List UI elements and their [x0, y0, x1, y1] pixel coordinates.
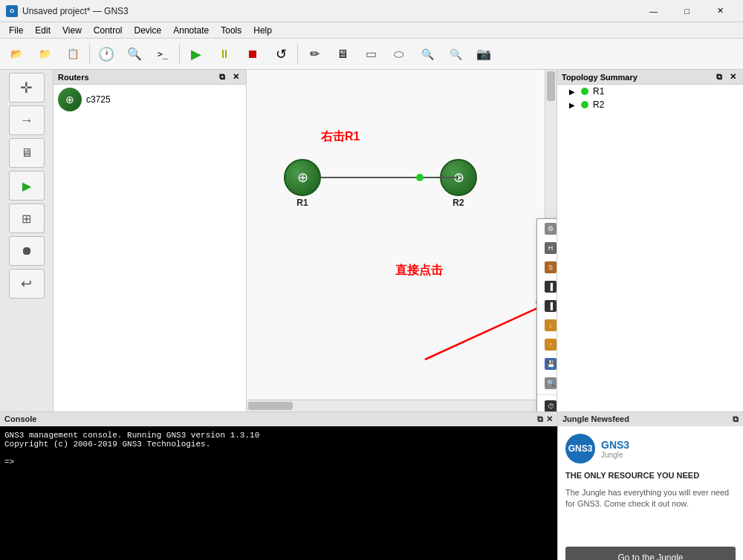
menu-help[interactable]: Help [247, 22, 278, 38]
routers-panel-float[interactable]: ⧉ [217, 72, 227, 82]
terminal-button[interactable]: >_ [149, 42, 176, 67]
jungle-logo: GNS3 GNS3 Jungle [565, 434, 736, 463]
timer-button[interactable]: 🕐 [93, 42, 120, 67]
play-button[interactable]: ▶ [183, 42, 210, 67]
annotation-direct-click: 直接点击 [395, 263, 443, 279]
menu-view[interactable]: View [56, 22, 88, 38]
tool-move[interactable]: ✛ [9, 73, 45, 102]
annotation-right-click: 右击R1 [321, 129, 360, 145]
svg-point-1 [416, 174, 424, 181]
idle-pc-icon: ⏱ [545, 400, 557, 411]
jungle-title: Jungle Newsfeed [562, 414, 629, 424]
router-r1-label: R1 [296, 198, 308, 208]
window-controls: — □ ✕ [637, 0, 737, 22]
console-text: GNS3 management console. Running GNS3 ve… [4, 431, 259, 466]
ctx-change-hostname[interactable]: H Change hostname [537, 238, 557, 258]
rectangle-button[interactable]: ▭ [357, 42, 384, 67]
symbol-icon: S [545, 261, 557, 273]
topo-item-r2[interactable]: ▶ R2 [557, 98, 743, 111]
tool-layers[interactable]: ⊞ [9, 204, 45, 233]
network-canvas: ⊕ R1 ⊕ R2 右击R1 直接点击 [247, 70, 545, 400]
context-menu: ⚙ Configure H Change hostname S Change s… [536, 218, 557, 411]
tool-play[interactable]: ▶ [9, 171, 45, 201]
routers-panel-header: Routers ⧉ ✕ [53, 70, 246, 85]
menu-bar: File Edit View Control Device Annotate T… [0, 22, 743, 39]
maximize-button[interactable]: □ [670, 0, 704, 22]
left-panel: ✛ → 🖥 ▶ ⊞ ⏺ ↩ [0, 70, 53, 411]
console-float[interactable]: ⧉ [537, 414, 543, 424]
menu-control[interactable]: Control [88, 22, 129, 38]
ctx-idle-pc[interactable]: ⏱ Idle-PC [537, 397, 557, 411]
toolbar: 📂 📁 📋 🕐 🔍 >_ ▶ ⏸ ⏹ ↺ ✏ 🖥 ▭ ⬭ 🔍 🔍 📷 [0, 39, 743, 70]
reload-button[interactable]: ↺ [267, 42, 294, 67]
jungle-logo-text-block: GNS3 Jungle [601, 439, 629, 459]
ctx-console[interactable]: ▐ Console [537, 277, 557, 296]
ctx-capture[interactable]: 🔍 Capture [537, 374, 557, 393]
routers-panel-title: Routers [58, 73, 89, 82]
router-r2-label: R2 [452, 198, 464, 208]
close-button[interactable]: ✕ [704, 0, 737, 22]
ctx-save-config[interactable]: 💾 Save config [537, 354, 557, 374]
topo-r1-arrow: ▶ [569, 88, 575, 96]
open-file-button[interactable]: 📁 [31, 42, 58, 67]
jungle-float[interactable]: ⧉ [733, 414, 739, 424]
menu-file[interactable]: File [3, 22, 29, 38]
topology-close[interactable]: ✕ [727, 72, 739, 82]
toolbar-separator-2 [179, 44, 180, 65]
topology-float[interactable]: ⧉ [714, 72, 724, 82]
hscroll-thumb[interactable] [248, 402, 293, 410]
open-folder-button[interactable]: 📂 [3, 42, 30, 67]
ellipse-button[interactable]: ⬭ [386, 42, 412, 67]
router-r1[interactable]: ⊕ R1 [284, 159, 321, 208]
vscroll-thumb[interactable] [547, 71, 555, 101]
zoom-in-button[interactable]: 🔍 [414, 42, 441, 67]
jungle-header: Jungle Newsfeed ⧉ [558, 412, 743, 426]
menu-annotate[interactable]: Annotate [167, 22, 215, 38]
ctx-change-symbol[interactable]: S Change symbol [537, 258, 557, 277]
canvas-area[interactable]: ⊕ R1 ⊕ R2 右击R1 直接点击 [247, 70, 557, 411]
ctx-export-config[interactable]: ↑ Export config [537, 335, 557, 354]
snapshot-button[interactable]: 📋 [59, 42, 86, 67]
topology-header-controls: ⧉ ✕ [714, 72, 739, 82]
router-item-c3725[interactable]: ⊕ c3725 [53, 85, 246, 114]
screenshot-button[interactable]: 📷 [470, 42, 497, 67]
jungle-headline: THE ONLY RESOURCE YOU NEED [565, 471, 736, 480]
menu-edit[interactable]: Edit [29, 22, 56, 38]
monitor-button[interactable]: 🖥 [329, 42, 356, 67]
menu-device[interactable]: Device [129, 22, 168, 38]
aux-console-icon: ▐ [545, 300, 557, 312]
routers-panel-close[interactable]: ✕ [230, 72, 241, 82]
configure-icon: ⚙ [545, 223, 557, 235]
console-controls: ⧉ ✕ [537, 414, 553, 424]
bottom-area: Console ⧉ ✕ GNS3 management console. Run… [0, 411, 743, 560]
minimize-button[interactable]: — [637, 0, 670, 22]
zoom-out-button[interactable]: 🔍 [442, 42, 469, 67]
router-r2[interactable]: ⊕ R2 [440, 159, 477, 208]
tool-record[interactable]: ⏺ [9, 236, 45, 266]
jungle-gns3-text: GNS3 [601, 439, 629, 451]
go-to-jungle-button[interactable]: Go to the Jungle [565, 547, 736, 560]
topo-r1-dot [581, 88, 588, 95]
ctx-import-config[interactable]: ↓ Import config [537, 316, 557, 335]
canvas-scrollbar-horizontal[interactable] [247, 400, 545, 411]
routers-panel: Routers ⧉ ✕ ⊕ c3725 [53, 70, 247, 411]
jungle-logo-gns3: GNS3 [568, 443, 593, 454]
edit-button[interactable]: ✏ [301, 42, 328, 67]
search-button[interactable]: 🔍 [121, 42, 148, 67]
tool-bend[interactable]: ↩ [9, 269, 45, 299]
tool-arrow[interactable]: → [9, 105, 45, 135]
jungle-controls: ⧉ [733, 414, 739, 424]
stop-button[interactable]: ⏹ [239, 42, 266, 67]
topo-item-r1[interactable]: ▶ R1 [557, 85, 743, 98]
router-r1-icon: ⊕ [284, 159, 321, 196]
pause-button[interactable]: ⏸ [211, 42, 238, 67]
save-config-icon: 💾 [545, 358, 557, 370]
router-label-c3725: c3725 [86, 94, 111, 105]
ctx-configure[interactable]: ⚙ Configure [537, 219, 557, 238]
topo-r2-label: R2 [593, 100, 604, 110]
menu-tools[interactable]: Tools [215, 22, 247, 38]
hostname-icon: H [545, 242, 557, 254]
tool-screen[interactable]: 🖥 [9, 138, 45, 168]
console-close[interactable]: ✕ [546, 414, 553, 424]
ctx-aux-console[interactable]: ▐ Auxiliary console [537, 296, 557, 316]
